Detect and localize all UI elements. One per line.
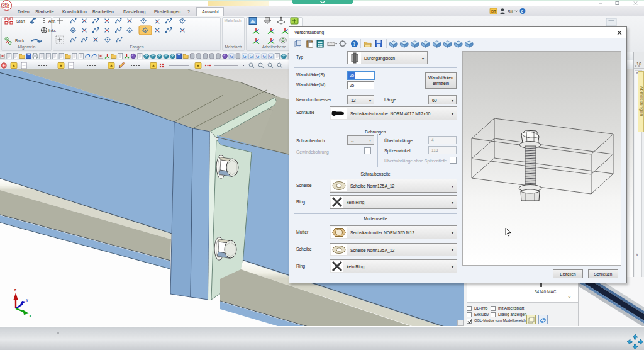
svg-text:e: e: [521, 9, 524, 13]
svg-text:Stil: Stil: [508, 9, 514, 14]
svg-text:?: ?: [353, 42, 356, 47]
svg-text:Back: Back: [15, 38, 25, 43]
svg-text:Inkr.: Inkr.: [48, 28, 56, 33]
svg-text:Start: Start: [16, 19, 25, 23]
svg-text:DT: DT: [491, 9, 496, 13]
svg-text:Y: Y: [26, 298, 28, 302]
svg-text:Z: Z: [14, 288, 17, 292]
svg-text:Attr.: Attr.: [48, 19, 56, 23]
svg-text:X: X: [29, 314, 31, 318]
svg-text:Mehrfach: Mehrfach: [224, 18, 241, 23]
